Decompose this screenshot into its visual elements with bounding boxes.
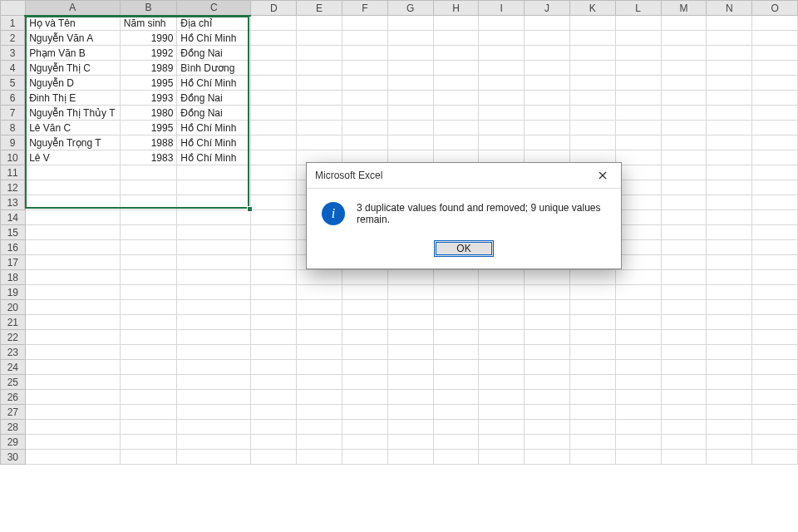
row-header[interactable]: 11 — [1, 165, 26, 180]
cell[interactable] — [707, 345, 752, 360]
cell[interactable]: Đồng Nai — [177, 106, 251, 121]
cell[interactable] — [120, 450, 177, 465]
cell[interactable] — [297, 31, 342, 46]
cell[interactable] — [25, 195, 120, 210]
cell[interactable] — [707, 225, 752, 240]
cell[interactable] — [479, 91, 525, 106]
cell[interactable] — [752, 91, 798, 106]
cell[interactable] — [251, 46, 297, 61]
cell[interactable] — [120, 330, 177, 345]
cell[interactable] — [661, 360, 707, 375]
cell[interactable] — [297, 270, 342, 285]
cell[interactable] — [479, 16, 525, 31]
row-header[interactable]: 22 — [1, 330, 26, 345]
cell[interactable] — [25, 300, 120, 315]
row-header[interactable]: 1 — [1, 16, 26, 31]
cell[interactable] — [615, 360, 661, 375]
cell[interactable] — [177, 195, 251, 210]
cell[interactable] — [752, 16, 798, 31]
cell[interactable] — [387, 300, 433, 315]
cell[interactable] — [251, 240, 297, 255]
cell[interactable] — [752, 390, 798, 405]
cell[interactable] — [177, 165, 251, 180]
cell[interactable] — [661, 210, 707, 225]
cell[interactable] — [615, 165, 661, 180]
cell[interactable] — [479, 106, 525, 121]
cell[interactable] — [661, 345, 707, 360]
cell[interactable] — [120, 270, 177, 285]
cell[interactable] — [177, 405, 251, 420]
cell[interactable] — [707, 300, 752, 315]
cell[interactable] — [177, 210, 251, 225]
cell[interactable]: Địa chỉ — [177, 16, 251, 31]
cell[interactable] — [569, 61, 615, 76]
cell[interactable] — [752, 106, 798, 121]
cell[interactable] — [569, 330, 615, 345]
cell[interactable]: Nguyễn Văn A — [25, 31, 120, 46]
cell[interactable] — [479, 405, 525, 420]
row-header[interactable]: 16 — [1, 240, 26, 255]
cell[interactable] — [433, 16, 479, 31]
cell[interactable] — [752, 46, 798, 61]
row-header[interactable]: 12 — [1, 180, 26, 195]
row-header[interactable]: 23 — [1, 345, 26, 360]
cell[interactable] — [479, 285, 525, 300]
cell[interactable] — [752, 255, 798, 270]
cell[interactable] — [525, 390, 570, 405]
cell[interactable] — [297, 135, 342, 150]
cell[interactable] — [25, 390, 120, 405]
cell[interactable] — [25, 285, 120, 300]
cell[interactable] — [707, 285, 752, 300]
row-header[interactable]: 25 — [1, 375, 26, 390]
cell[interactable] — [433, 345, 479, 360]
cell[interactable] — [707, 450, 752, 465]
cell[interactable] — [525, 450, 570, 465]
cell[interactable] — [251, 76, 297, 91]
cell[interactable] — [752, 300, 798, 315]
cell[interactable] — [707, 375, 752, 390]
cell[interactable] — [752, 375, 798, 390]
cell[interactable] — [387, 121, 433, 135]
cell[interactable] — [387, 330, 433, 345]
cell[interactable] — [615, 180, 661, 195]
cell[interactable]: Nguyễn Thị Thủy T — [25, 106, 120, 121]
cell[interactable] — [615, 345, 661, 360]
cell[interactable] — [120, 420, 177, 435]
cell[interactable] — [25, 240, 120, 255]
cell[interactable] — [615, 31, 661, 46]
cell[interactable]: Nguyễn D — [25, 76, 120, 91]
cell[interactable] — [707, 255, 752, 270]
cell[interactable]: Phạm Văn B — [25, 46, 120, 61]
cell[interactable] — [120, 255, 177, 270]
cell[interactable] — [479, 300, 525, 315]
cell[interactable] — [251, 225, 297, 240]
cell[interactable] — [251, 106, 297, 121]
cell[interactable] — [342, 16, 387, 31]
cell[interactable] — [569, 121, 615, 135]
column-header[interactable]: A — [25, 1, 120, 16]
cell[interactable] — [569, 375, 615, 390]
cell[interactable] — [752, 61, 798, 76]
column-header[interactable]: K — [569, 1, 615, 16]
cell[interactable] — [25, 315, 120, 330]
cell[interactable]: Năm sinh — [120, 16, 177, 31]
cell[interactable] — [479, 46, 525, 61]
cell[interactable]: Hồ Chí Minh — [177, 135, 251, 150]
row-header[interactable]: 24 — [1, 360, 26, 375]
cell[interactable] — [433, 91, 479, 106]
cell[interactable] — [177, 435, 251, 450]
cell[interactable] — [615, 225, 661, 240]
cell[interactable] — [569, 135, 615, 150]
row-header[interactable]: 3 — [1, 46, 26, 61]
cell[interactable] — [251, 255, 297, 270]
column-header[interactable]: F — [342, 1, 387, 16]
cell[interactable] — [177, 390, 251, 405]
cell[interactable] — [251, 135, 297, 150]
cell[interactable] — [661, 225, 707, 240]
cell[interactable] — [387, 405, 433, 420]
cell[interactable] — [297, 315, 342, 330]
cell[interactable] — [342, 76, 387, 91]
cell[interactable] — [177, 255, 251, 270]
cell[interactable] — [615, 210, 661, 225]
cell[interactable] — [661, 285, 707, 300]
